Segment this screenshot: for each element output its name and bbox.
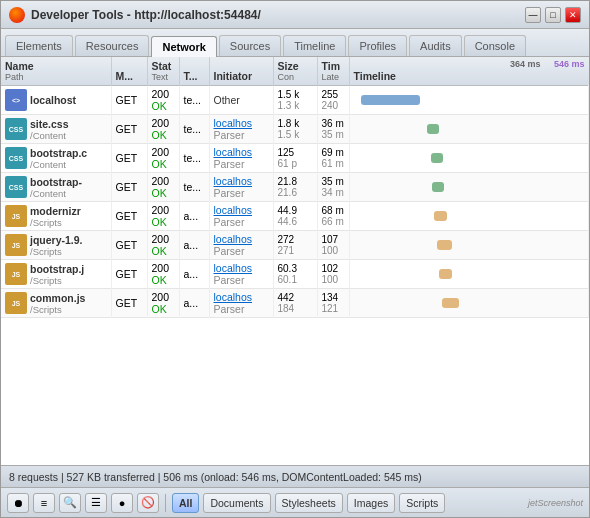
initiator-link[interactable]: localhos (214, 291, 253, 303)
record-button[interactable]: ⏺ (7, 493, 29, 513)
close-button[interactable]: ✕ (565, 7, 581, 23)
size-secondary: 184 (278, 303, 295, 314)
file-path: /Content (30, 159, 87, 170)
tab-audits[interactable]: Audits (409, 35, 462, 56)
table-row[interactable]: JS modernizr /Scripts GET 200 OK a... lo… (1, 202, 589, 231)
initiator-text: Other (214, 94, 240, 106)
status-code: 200 (152, 88, 170, 100)
table-row[interactable]: JS bootstrap.j /Scripts GET 200 OK a... … (1, 260, 589, 289)
waterfall (354, 117, 585, 141)
filter-scripts[interactable]: Scripts (399, 493, 445, 513)
tab-resources[interactable]: Resources (75, 35, 150, 56)
cell-type: te... (179, 86, 209, 115)
file-path: /Scripts (30, 217, 81, 228)
table-row[interactable]: <> localhost GET 200 OK te... Other 1.5 … (1, 86, 589, 115)
status-code: 200 (152, 291, 170, 303)
cell-timeline (349, 260, 589, 289)
time-primary: 255 (322, 89, 339, 100)
cell-type: a... (179, 231, 209, 260)
initiator-link[interactable]: localhos (214, 204, 253, 216)
maximize-button[interactable]: □ (545, 7, 561, 23)
cell-timeline (349, 144, 589, 173)
initiator-type: Parser (214, 245, 245, 257)
file-path: /Scripts (30, 246, 83, 257)
time-secondary: 100 (322, 245, 339, 256)
filter-images[interactable]: Images (347, 493, 395, 513)
cell-name: CSS site.css /Content (1, 115, 111, 144)
size-primary: 1.5 k (278, 89, 300, 100)
branding: jetScreenshot (528, 498, 583, 508)
filter-button[interactable]: ☰ (85, 493, 107, 513)
cell-type: te... (179, 144, 209, 173)
list-button[interactable]: ≡ (33, 493, 55, 513)
cell-initiator: localhosParser (209, 173, 273, 202)
file-icon: CSS (5, 147, 27, 169)
table-header-row: Name Path M... Stat Text T... Initiator (1, 57, 589, 86)
timeline-bar (431, 153, 443, 163)
tab-timeline[interactable]: Timeline (283, 35, 346, 56)
initiator-link[interactable]: localhos (214, 175, 253, 187)
file-name: modernizr (30, 205, 81, 217)
cell-status: 200 OK (147, 231, 179, 260)
filter-stylesheets[interactable]: Stylesheets (275, 493, 343, 513)
bottom-toolbar: ⏺ ≡ 🔍 ☰ ● 🚫 All Documents Stylesheets Im… (1, 487, 589, 517)
tab-elements[interactable]: Elements (5, 35, 73, 56)
title-bar: Developer Tools - http://localhost:54484… (1, 1, 589, 29)
time-secondary: 61 m (322, 158, 344, 169)
filter-all[interactable]: All (172, 493, 199, 513)
th-timeline[interactable]: Timeline 364 ms 546 ms (349, 57, 589, 86)
file-name: bootstrap.c (30, 147, 87, 159)
time-secondary: 121 (322, 303, 339, 314)
th-initiator[interactable]: Initiator (209, 57, 273, 86)
initiator-link[interactable]: localhos (214, 262, 253, 274)
initiator-type: Parser (214, 216, 245, 228)
filter-documents[interactable]: Documents (203, 493, 270, 513)
table-row[interactable]: CSS bootstrap.c /Content GET 200 OK te..… (1, 144, 589, 173)
size-secondary: 1.3 k (278, 100, 300, 111)
table-row[interactable]: CSS site.css /Content GET 200 OK te... l… (1, 115, 589, 144)
size-secondary: 61 p (278, 158, 297, 169)
cell-size: 125 61 p (273, 144, 317, 173)
cell-initiator: localhosParser (209, 144, 273, 173)
tab-sources[interactable]: Sources (219, 35, 281, 56)
tab-network[interactable]: Network (151, 36, 216, 57)
time-primary: 36 m (322, 118, 344, 129)
cell-size: 272 271 (273, 231, 317, 260)
time-secondary: 66 m (322, 216, 344, 227)
cell-status: 200 OK (147, 86, 179, 115)
th-type[interactable]: T... (179, 57, 209, 86)
table-row[interactable]: JS jquery-1.9. /Scripts GET 200 OK a... … (1, 231, 589, 260)
cell-timeline (349, 86, 589, 115)
status-code: 200 (152, 117, 170, 129)
record2-button[interactable]: ● (111, 493, 133, 513)
minimize-button[interactable]: — (525, 7, 541, 23)
time-primary: 68 m (322, 205, 344, 216)
th-method[interactable]: M... (111, 57, 147, 86)
tab-profiles[interactable]: Profiles (348, 35, 407, 56)
waterfall (354, 262, 585, 286)
cell-type: a... (179, 260, 209, 289)
initiator-link[interactable]: localhos (214, 146, 253, 158)
th-status[interactable]: Stat Text (147, 57, 179, 86)
size-primary: 21.8 (278, 176, 297, 187)
initiator-type: Parser (214, 274, 245, 286)
table-row[interactable]: JS common.js /Scripts GET 200 OK a... lo… (1, 289, 589, 318)
size-secondary: 44.6 (278, 216, 297, 227)
initiator-link[interactable]: localhos (214, 117, 253, 129)
size-primary: 60.3 (278, 263, 297, 274)
block-button[interactable]: 🚫 (137, 493, 159, 513)
th-size[interactable]: Size Con (273, 57, 317, 86)
waterfall (354, 233, 585, 257)
cell-name: CSS bootstrap.c /Content (1, 144, 111, 173)
initiator-link[interactable]: localhos (214, 233, 253, 245)
th-time[interactable]: Tim Late (317, 57, 349, 86)
cell-name: JS modernizr /Scripts (1, 202, 111, 231)
waterfall (354, 175, 585, 199)
file-path: /Scripts (30, 304, 85, 315)
th-name[interactable]: Name Path (1, 57, 111, 86)
cell-method: GET (111, 289, 147, 318)
search-button[interactable]: 🔍 (59, 493, 81, 513)
table-row[interactable]: CSS bootstrap- /Content GET 200 OK te...… (1, 173, 589, 202)
time-secondary: 240 (322, 100, 339, 111)
tab-console[interactable]: Console (464, 35, 526, 56)
